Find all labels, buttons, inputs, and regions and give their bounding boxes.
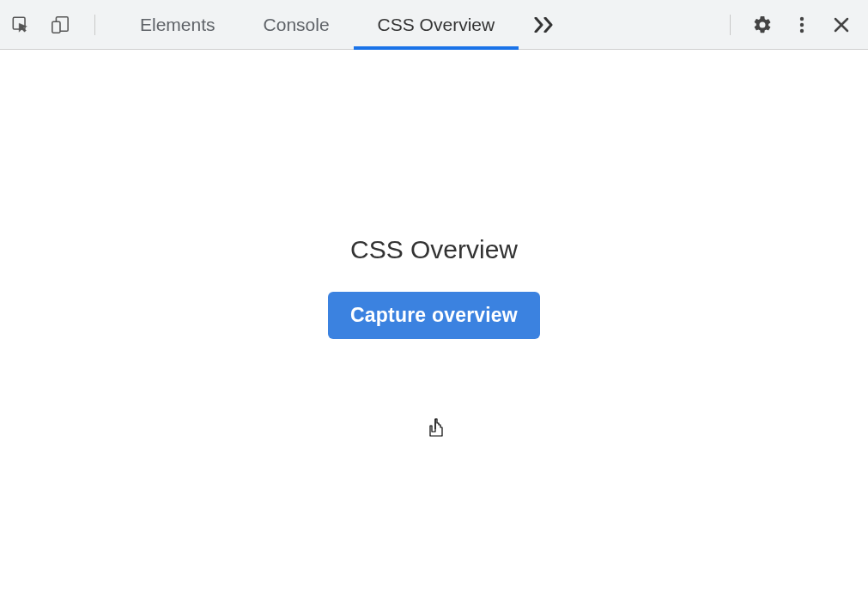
close-icon[interactable] <box>830 14 853 36</box>
tab-label: Console <box>264 15 330 35</box>
svg-point-5 <box>800 28 804 32</box>
toolbar-separator <box>94 15 95 35</box>
panel-tabs: Elements Console CSS Overview <box>116 0 519 49</box>
toolbar-left-group <box>9 13 100 37</box>
more-tabs-chevron-icon[interactable] <box>529 0 560 49</box>
tab-label: CSS Overview <box>378 15 495 35</box>
kebab-menu-icon[interactable] <box>791 14 813 36</box>
capture-overview-button[interactable]: Capture overview <box>328 292 540 339</box>
panel-title: CSS Overview <box>350 235 518 264</box>
tab-console[interactable]: Console <box>240 0 354 49</box>
toolbar-right-group <box>726 14 859 36</box>
tab-label: Elements <box>140 15 215 35</box>
tab-elements[interactable]: Elements <box>116 0 240 49</box>
device-toolbar-icon[interactable] <box>48 13 72 37</box>
settings-gear-icon[interactable] <box>751 14 774 36</box>
capture-button-label: Capture overview <box>350 304 518 326</box>
svg-point-4 <box>800 22 804 26</box>
inspect-element-icon[interactable] <box>9 13 33 37</box>
toolbar-separator <box>730 15 731 35</box>
tab-css-overview[interactable]: CSS Overview <box>354 0 519 49</box>
svg-point-3 <box>800 16 804 20</box>
devtools-toolbar: Elements Console CSS Overview <box>0 0 868 50</box>
svg-rect-2 <box>52 21 60 33</box>
css-overview-panel: CSS Overview Capture overview <box>0 50 868 593</box>
